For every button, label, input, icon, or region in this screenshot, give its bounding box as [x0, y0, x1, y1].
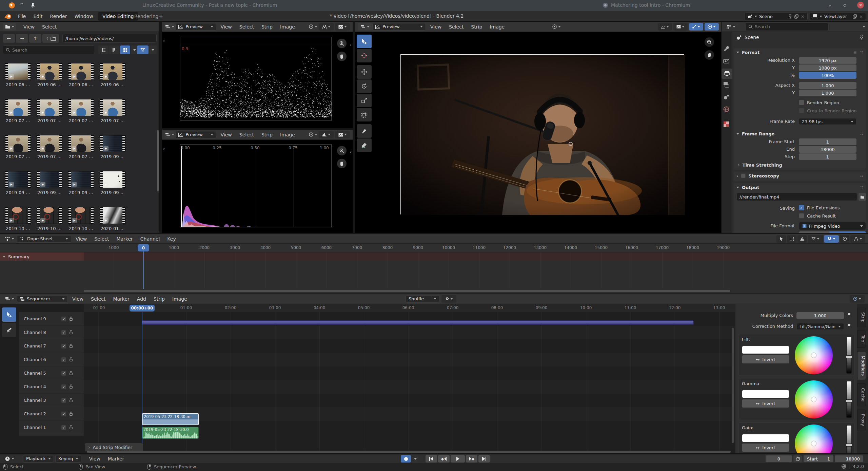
snap-dropdown[interactable] [824, 235, 839, 243]
file-browser-menu[interactable]: View [20, 22, 38, 32]
proportional-edit-button[interactable] [840, 235, 849, 243]
scope-menu[interactable]: Select [236, 22, 258, 32]
aspect-x-field[interactable]: 1.000 [799, 82, 856, 89]
file-item[interactable]: ▶2019-09-... [97, 171, 128, 195]
movie-strip[interactable]: 2019-05-23 22-18-30.m [142, 413, 199, 425]
sequencer-menu[interactable]: Marker [109, 294, 133, 304]
tweak-tool-button[interactable] [357, 35, 372, 48]
end-frame-field[interactable]: 18000 [835, 455, 863, 462]
preview-menu[interactable]: Strip [467, 22, 486, 32]
channel-row[interactable]: Channel 3✓ [19, 394, 84, 407]
window-maximize-icon[interactable]: ◇ [843, 3, 846, 7]
lock-open-icon[interactable] [68, 357, 74, 362]
jump-to-end-button[interactable] [478, 455, 490, 463]
overlay-toggle-dropdown[interactable] [850, 295, 865, 303]
timeline-view-menu[interactable]: View [85, 454, 104, 464]
pan-view-button[interactable] [705, 50, 714, 60]
color-bw-button[interactable]: BW [799, 231, 829, 233]
channel-checkbox[interactable]: ✓ [61, 398, 66, 403]
file-item[interactable]: ▶2019-10-... [66, 207, 96, 231]
use-preview-range-button[interactable] [793, 455, 802, 462]
transform-tool-button[interactable] [357, 108, 372, 121]
channel-row[interactable]: Channel 4✓ [19, 380, 84, 394]
sequencer-select-tool[interactable] [2, 307, 16, 322]
panel-title[interactable]: Frame Range [742, 131, 774, 136]
file-item[interactable]: ▶2019-07-... [66, 99, 96, 123]
jump-to-start-button[interactable] [426, 455, 437, 463]
gain-value-slider[interactable] [846, 425, 852, 453]
path-field[interactable]: /home/wesley/Videos/ [62, 34, 157, 43]
tab-modifiers[interactable]: Modifiers [857, 351, 866, 380]
tab-world[interactable] [723, 106, 730, 113]
sequencer-hscrollbar[interactable] [87, 451, 731, 453]
sample-tool-button[interactable] [357, 124, 372, 138]
file-item[interactable]: ▶2019-06-... [97, 63, 128, 87]
time-stretching-subpanel[interactable]: ›Time Stretching [738, 162, 782, 168]
display-mode-dropdown[interactable]: Preview [175, 23, 216, 31]
topbar-menu[interactable]: Edit [29, 12, 46, 21]
pan-view-button[interactable] [337, 52, 347, 61]
editor-type-button[interactable] [3, 235, 16, 243]
collapse-right-chevron[interactable]: ‹ [350, 149, 352, 155]
only-selected-button[interactable] [776, 235, 786, 243]
falloff-dropdown[interactable] [850, 235, 865, 243]
channel-row[interactable]: Channel 6✓ [19, 353, 84, 366]
editor-type-button[interactable] [724, 23, 738, 31]
filter-settings-caret[interactable] [149, 45, 157, 54]
tab-tool[interactable] [723, 45, 730, 52]
keyframe-decorator[interactable] [848, 313, 850, 315]
scope-menu[interactable]: Image [276, 22, 299, 32]
file-item[interactable]: ▶2019-07-... [3, 99, 33, 123]
output-path-field[interactable]: //render/final.mp4 [736, 193, 857, 201]
file-item[interactable]: ▶2019-09-... [3, 171, 33, 195]
dope-sheet-menu[interactable]: Key [163, 234, 179, 244]
remove-icon[interactable]: × [859, 14, 863, 19]
view-layer-caret[interactable] [820, 16, 822, 17]
scale-tool-button[interactable] [357, 94, 372, 107]
gamma-color-swatch[interactable] [742, 390, 789, 398]
channel-row[interactable]: Channel 2✓ [19, 407, 84, 421]
color-rgb-button[interactable]: RGB [829, 231, 866, 233]
collapse-caret[interactable] [736, 52, 739, 53]
topbar-menu[interactable]: File [14, 12, 29, 21]
panel-options[interactable]: ∷ [860, 185, 863, 190]
channel-row[interactable]: Channel 5✓ [19, 366, 84, 380]
only-show-selected-button[interactable] [787, 235, 796, 243]
file-item[interactable]: ▶2019-09-... [97, 135, 128, 159]
pivot-dropdown[interactable] [550, 23, 563, 31]
channel-checkbox[interactable]: ✓ [61, 411, 66, 417]
keying-dropdown[interactable]: Keying [55, 455, 81, 463]
file-item[interactable]: ▶2020-01-... [97, 207, 128, 231]
window-close-icon[interactable]: × [857, 2, 864, 8]
copy-icon[interactable] [853, 14, 857, 19]
sequencer-menu[interactable]: View [68, 294, 87, 304]
editor-type-button[interactable] [3, 295, 16, 303]
editor-type-button[interactable] [2, 455, 17, 463]
tab-strip[interactable]: Strip [857, 308, 866, 327]
resolution-x-field[interactable]: 1920 px [799, 57, 856, 64]
preview-menu[interactable]: View [427, 22, 445, 32]
display-horizontal-list-button[interactable] [109, 45, 119, 54]
render-region-checkbox[interactable] [799, 100, 804, 105]
lock-open-icon[interactable] [68, 425, 74, 430]
file-browser-scrollbar[interactable] [157, 130, 159, 191]
dope-sheet-menu[interactable]: View [72, 234, 91, 244]
file-format-dropdown[interactable]: FFmpeg Video [799, 222, 866, 230]
dope-hscrollbar[interactable] [84, 290, 730, 292]
keyframe-decorator[interactable] [848, 324, 850, 326]
browse-output-button[interactable] [859, 193, 866, 201]
blender-logo-icon[interactable] [9, 2, 15, 8]
forward-button[interactable]: → [16, 34, 28, 43]
tab-scene[interactable] [723, 94, 730, 100]
channel9-strip[interactable] [142, 320, 694, 325]
dope-sheet-menu[interactable]: Marker [113, 234, 136, 244]
correction-method-dropdown[interactable]: Lift/Gamma/Gain [796, 323, 844, 330]
channel-checkbox[interactable]: ✓ [61, 357, 66, 362]
panel-options[interactable]: ∷ [860, 132, 863, 136]
lock-open-icon[interactable] [68, 371, 74, 376]
panel-options[interactable]: ≡ ∷ [853, 50, 863, 55]
start-frame-field[interactable]: Start1 [804, 455, 833, 462]
lock-open-icon[interactable] [68, 411, 74, 416]
display-mode-dropdown[interactable]: Preview [175, 131, 216, 138]
channel-row[interactable]: Channel 1✓ [19, 421, 84, 434]
